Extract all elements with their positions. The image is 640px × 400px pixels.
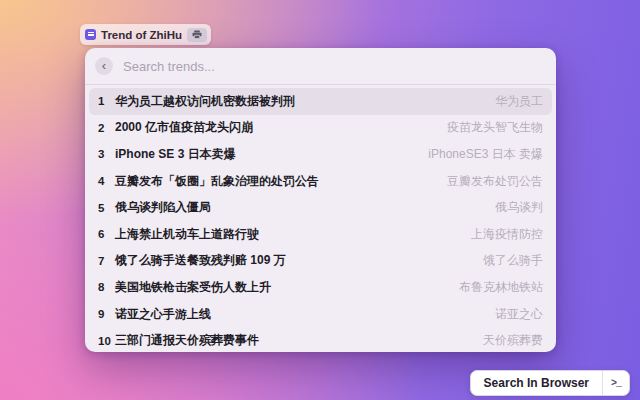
trend-row[interactable]: 7 饿了么骑手送餐致残判赔 109 万 饿了么骑手: [89, 248, 552, 275]
terminal-prompt-icon: >_: [602, 371, 629, 395]
extension-title-pill[interactable]: Trend of ZhiHu: [80, 24, 211, 45]
trend-title: 饿了么骑手送餐致残判赔 109 万: [115, 252, 286, 269]
trend-row[interactable]: 4 豆瓣发布「饭圈」乱象治理的处罚公告 豆瓣发布处罚公告: [89, 168, 552, 195]
search-input[interactable]: [123, 59, 546, 74]
trend-rank: 2: [98, 122, 115, 134]
trend-title: 上海禁止机动车上道路行驶: [115, 226, 259, 243]
trend-tag: 饿了么骑手: [473, 252, 543, 269]
trend-rank: 1: [98, 95, 115, 107]
trend-row[interactable]: 6 上海禁止机动车上道路行驶 上海疫情防控: [89, 221, 552, 248]
search-in-browser-button[interactable]: Search In Browser >_: [470, 370, 630, 396]
trend-rank: 6: [98, 228, 115, 240]
trend-tag: 上海疫情防控: [461, 226, 543, 243]
trend-tag: iPhoneSE3 日本 卖爆: [418, 146, 543, 163]
trend-row[interactable]: 3 iPhone SE 3 日本卖爆 iPhoneSE3 日本 卖爆: [89, 141, 552, 168]
trend-row[interactable]: 8 美国地铁枪击案受伤人数上升 布鲁克林地铁站: [89, 274, 552, 301]
trend-title: 美国地铁枪击案受伤人数上升: [115, 279, 271, 296]
trend-tag: 布鲁克林地铁站: [449, 279, 543, 296]
trend-rank: 3: [98, 148, 115, 160]
extension-icon: [85, 29, 96, 40]
chevron-left-icon: ‹: [102, 59, 106, 72]
extension-title: Trend of ZhiHu: [101, 29, 182, 41]
trend-title: 豆瓣发布「饭圈」乱象治理的处罚公告: [115, 173, 319, 190]
trend-row[interactable]: 10 三部门通报天价殡葬费事件 天价殡葬费: [89, 327, 552, 352]
trends-panel: ‹ 1 华为员工越权访问机密数据被判刑 华为员工 2 2000 亿市值疫苗龙头闪…: [85, 48, 556, 352]
trend-rank: 5: [98, 202, 115, 214]
trend-tag: 诺亚之心: [485, 306, 543, 323]
trend-title: 诺亚之心手游上线: [115, 306, 211, 323]
trend-row[interactable]: 9 诺亚之心手游上线 诺亚之心: [89, 301, 552, 328]
trend-title: 华为员工越权访问机密数据被判刑: [115, 93, 295, 110]
search-bar: ‹: [85, 48, 556, 85]
trend-tag: 天价殡葬费: [473, 332, 543, 349]
trend-title: 三部门通报天价殡葬费事件: [115, 332, 259, 349]
trend-row[interactable]: 5 俄乌谈判陷入僵局 俄乌谈判: [89, 194, 552, 221]
back-button[interactable]: ‹: [95, 57, 113, 75]
trend-title: 2000 亿市值疫苗龙头闪崩: [115, 119, 253, 136]
trend-row[interactable]: 2 2000 亿市值疫苗龙头闪崩 疫苗龙头智飞生物: [89, 115, 552, 142]
trend-rank: 4: [98, 175, 115, 187]
trend-row[interactable]: 1 华为员工越权访问机密数据被判刑 华为员工: [89, 88, 552, 115]
trend-rank: 9: [98, 308, 115, 320]
trend-tag: 豆瓣发布处罚公告: [437, 173, 543, 190]
trend-rank: 7: [98, 255, 115, 267]
search-in-browser-label: Search In Browser: [471, 371, 602, 395]
trend-tag: 疫苗龙头智飞生物: [437, 119, 543, 136]
trend-tag: 华为员工: [485, 93, 543, 110]
trend-tag: 俄乌谈判: [485, 199, 543, 216]
trend-rank: 8: [98, 281, 115, 293]
printer-icon[interactable]: [187, 28, 207, 42]
trend-title: 俄乌谈判陷入僵局: [115, 199, 211, 216]
trend-title: iPhone SE 3 日本卖爆: [115, 146, 236, 163]
trend-rank: 10: [98, 335, 115, 347]
trends-list: 1 华为员工越权访问机密数据被判刑 华为员工 2 2000 亿市值疫苗龙头闪崩 …: [85, 85, 556, 352]
